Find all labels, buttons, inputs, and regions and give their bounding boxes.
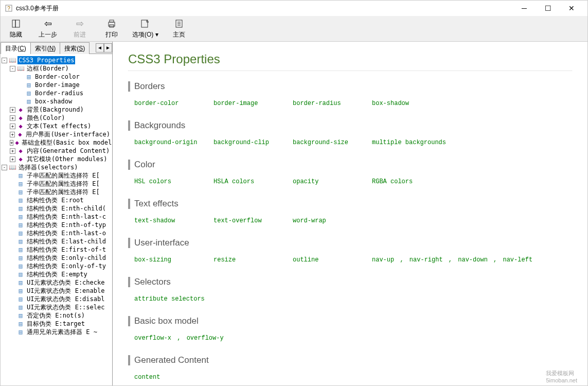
property-link[interactable]: nav-left [503, 256, 532, 264]
tree-item[interactable]: -📖边框(Border) [2, 64, 111, 73]
property-link[interactable]: resize [213, 255, 293, 265]
property-link[interactable]: word-wrap [293, 216, 372, 225]
tree-item[interactable]: ▤结构性伪类 E:first-of-t [2, 245, 111, 254]
tree-item[interactable]: ▤通用兄弟元素选择器 E ~ [2, 328, 111, 336]
page-icon: ▤ [17, 188, 24, 196]
tree-item[interactable]: -📖CSS3 Properties [2, 56, 111, 64]
page-icon: ▤ [17, 172, 24, 179]
tree-item[interactable]: ▤UI元素状态伪类 E:enable [2, 287, 111, 295]
book-icon: ◆ [17, 114, 24, 121]
expand-icon[interactable]: + [10, 124, 15, 129]
expand-icon[interactable]: + [10, 107, 15, 113]
tree-item[interactable]: ▤结构性伪类 E:only-child [2, 254, 111, 262]
section-heading: Generated Content [128, 355, 572, 365]
tree-view[interactable]: -📖CSS3 Properties-📖边框(Border)▤Border-col… [1, 54, 112, 385]
tree-item[interactable]: ▤子串匹配的属性选择符 E[ [2, 171, 111, 180]
property-link[interactable]: nav-right [409, 256, 443, 264]
expand-icon[interactable]: + [10, 132, 15, 137]
property-link[interactable]: border-color [134, 99, 213, 108]
tree-label: UI元素状态伪类 E::selec [26, 303, 105, 311]
property-link[interactable]: background-clip [213, 138, 293, 147]
property-link[interactable]: RGBA colors [372, 177, 451, 186]
tree-item[interactable]: ▤子串匹配的属性选择符 E[ [2, 180, 111, 188]
forward-button[interactable]: ⇨ 前进 [68, 18, 91, 39]
property-link[interactable]: HSL colors [134, 177, 213, 186]
property-link[interactable]: content [134, 373, 213, 382]
section-links: HSL colorsHSLA colorsopacityRGBA colors [128, 177, 572, 186]
tree-item[interactable]: ▤否定伪类 E:not(s) [2, 311, 111, 320]
tree-label: 选择器(selectors) [17, 163, 79, 171]
tree-item[interactable]: ▤UI元素状态伪类 E:checke [2, 278, 111, 287]
tab-scroll-right[interactable]: ► [104, 43, 112, 52]
book-icon: 📖 [9, 164, 16, 171]
property-link[interactable]: text-shadow [134, 216, 213, 225]
expand-icon[interactable]: + [10, 140, 13, 146]
tree-item[interactable]: ▤结构性伪类 E:nth-last-o [2, 229, 111, 237]
collapse-icon[interactable]: - [2, 165, 7, 170]
property-link[interactable]: HSLA colors [213, 177, 293, 186]
tree-label: UI元素状态伪类 E:checke [26, 278, 105, 287]
property-link[interactable]: text-overflow [213, 216, 293, 225]
tree-label: 通用兄弟元素选择器 E ~ [26, 328, 98, 336]
collapse-icon[interactable]: - [2, 58, 7, 63]
tree-item[interactable]: ▤子串匹配的属性选择符 E[ [2, 188, 111, 196]
page-icon: ▤ [17, 262, 24, 270]
hide-button[interactable]: 隐藏 [5, 18, 27, 39]
tree-item[interactable]: ▤结构性伪类 E:nth-last-c [2, 213, 111, 221]
tree-item[interactable]: ▤结构性伪类 E:nth-child( [2, 204, 111, 213]
tree-item[interactable]: -📖选择器(selectors) [2, 163, 111, 171]
property-link[interactable]: background-origin [134, 138, 213, 147]
maximize-button[interactable]: ☐ [536, 1, 560, 16]
tree-item[interactable]: ▤box-shadow [2, 97, 111, 106]
expand-icon[interactable]: + [10, 148, 15, 154]
property-link[interactable]: nav-up [372, 256, 394, 264]
property-link[interactable]: border-radius [293, 99, 372, 108]
property-link[interactable]: overflow-y [187, 335, 224, 342]
tree-item[interactable]: +◆颜色(Color) [2, 114, 111, 122]
expand-icon[interactable]: + [10, 156, 15, 162]
tab-contents[interactable]: 目录(C) [1, 42, 31, 54]
collapse-icon[interactable]: - [10, 66, 15, 72]
tree-item[interactable]: +◆基础盒模型(Basic box model) [2, 138, 111, 147]
property-link[interactable]: background-size [293, 138, 372, 147]
property-link[interactable]: box-shadow [372, 99, 451, 108]
property-link[interactable]: outline [293, 255, 372, 265]
tree-item[interactable]: ▤目标伪类 E:target [2, 320, 111, 328]
tree-item[interactable]: ▤结构性伪类 E:root [2, 196, 111, 204]
tree-item[interactable]: +◆文本(Text effects) [2, 122, 111, 130]
tree-item[interactable]: ▤UI元素状态伪类 E::selec [2, 303, 111, 311]
property-link[interactable]: opacity [293, 177, 372, 186]
tree-item[interactable]: ▤Border-color [2, 73, 111, 81]
print-button[interactable]: 打印 [100, 18, 123, 39]
minimize-button[interactable]: ─ [512, 1, 536, 16]
tree-item[interactable]: +◆其它模块(Other modules) [2, 155, 111, 163]
tree-label: 否定伪类 E:not(s) [26, 311, 86, 320]
tree-item[interactable]: ▤Border-radius [2, 89, 111, 97]
tree-label: 结构性伪类 E:nth-of-typ [26, 221, 107, 229]
tree-spacer [18, 91, 24, 96]
property-link[interactable]: border-image [213, 99, 293, 108]
tab-search[interactable]: 搜索(S) [60, 42, 90, 54]
tree-item[interactable]: ▤UI元素状态伪类 E:disabl [2, 295, 111, 303]
tree-item[interactable]: +◆背景(Background) [2, 106, 111, 114]
back-button[interactable]: ⇦ 上一步 [37, 18, 59, 39]
property-link[interactable]: nav-down [458, 256, 488, 264]
expand-icon[interactable]: + [10, 115, 15, 121]
tree-item[interactable]: ▤结构性伪类 E:last-child [2, 237, 111, 245]
tab-index[interactable]: 索引(N) [30, 42, 61, 54]
tree-item[interactable]: +◆用户界面(User-interface) [2, 130, 111, 138]
home-button[interactable]: 主页 [168, 18, 190, 39]
tree-item[interactable]: +◆内容(Generated Content) [2, 147, 111, 155]
property-link[interactable]: box-sizing [134, 255, 213, 265]
tab-scroll-left[interactable]: ◄ [96, 43, 104, 52]
tree-item[interactable]: ▤Border-image [2, 81, 111, 89]
tree-item[interactable]: ▤结构性伪类 E:empty [2, 270, 111, 278]
book-icon: 📖 [17, 65, 24, 72]
property-link[interactable]: overflow-x [134, 335, 171, 342]
property-link[interactable]: attribute selectors [134, 294, 213, 304]
property-link[interactable]: multiple backgrounds [372, 138, 451, 147]
tree-item[interactable]: ▤结构性伪类 E:only-of-ty [2, 262, 111, 270]
close-button[interactable]: ✕ [560, 1, 583, 16]
tree-item[interactable]: ▤结构性伪类 E:nth-of-typ [2, 221, 111, 229]
options-button[interactable]: 选项(O) ▾ [132, 18, 158, 39]
